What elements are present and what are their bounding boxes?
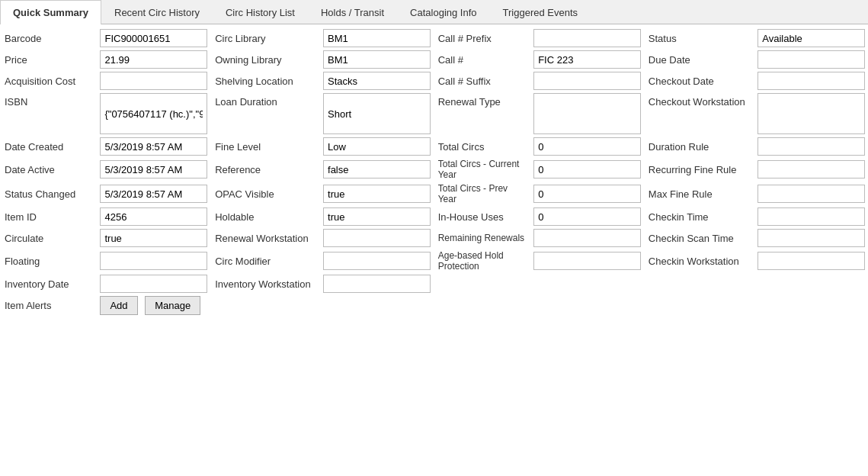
recurring-fine-rule-field-cell <box>754 157 868 182</box>
isbn-label: ISBN <box>0 92 97 136</box>
manage-button[interactable]: Manage <box>145 296 200 315</box>
loan-duration-input[interactable] <box>323 93 431 134</box>
row-item-id: Item ID Holdable In-House Uses Checkin T… <box>0 206 868 227</box>
checkin-workstation-input[interactable] <box>757 252 865 270</box>
status-label: Status <box>644 27 754 49</box>
item-id-input[interactable] <box>100 207 207 226</box>
checkin-scan-time-input[interactable] <box>757 229 865 247</box>
total-circs-label: Total Circs <box>434 136 530 157</box>
row-status-changed: Status Changed OPAC Visible Total Circs … <box>0 182 868 206</box>
fine-level-input[interactable] <box>323 137 431 156</box>
holdable-input[interactable] <box>323 207 431 226</box>
quick-summary-content: Barcode Circ Library Call # Prefix Statu… <box>0 24 868 320</box>
call-input[interactable] <box>533 50 641 69</box>
reference-label: Reference <box>210 157 320 182</box>
isbn-input[interactable] <box>100 93 207 134</box>
checkout-date-input[interactable] <box>757 72 865 90</box>
add-button[interactable]: Add <box>100 296 137 315</box>
row-floating: Floating Circ Modifier Age-based Hold Pr… <box>0 249 868 273</box>
in-house-uses-input[interactable] <box>533 207 641 226</box>
call-suffix-label: Call # Suffix <box>434 70 530 92</box>
checkin-workstation-field-cell <box>754 249 868 273</box>
renewal-workstation-field-cell <box>320 227 434 249</box>
inventory-workstation-input[interactable] <box>323 275 431 293</box>
tab-quick-summary[interactable]: Quick Summary <box>0 0 101 24</box>
owning-library-input[interactable] <box>323 50 431 69</box>
barcode-input[interactable] <box>100 29 207 47</box>
isbn-field-cell <box>97 92 210 136</box>
call-suffix-input[interactable] <box>533 72 641 90</box>
row-price: Price Owning Library Call # Due Date <box>0 49 868 70</box>
tab-cataloging-info[interactable]: Cataloging Info <box>397 0 489 24</box>
owning-library-label: Owning Library <box>210 49 320 70</box>
status-changed-input[interactable] <box>100 185 207 203</box>
duration-rule-field-cell <box>754 136 868 157</box>
renewal-workstation-input[interactable] <box>323 229 431 247</box>
row-date-active: Date Active Reference Total Circs - Curr… <box>0 157 868 182</box>
date-created-input[interactable] <box>100 137 207 156</box>
total-circs-current-year-input[interactable] <box>533 160 641 178</box>
row-circulate: Circulate Renewal Workstation Remaining … <box>0 227 868 249</box>
tab-triggered-events[interactable]: Triggered Events <box>490 0 591 24</box>
item-alerts-label: Item Alerts <box>0 294 97 317</box>
loan-duration-label: Loan Duration <box>210 92 320 136</box>
tab-recent-circ-history[interactable]: Recent Circ History <box>101 0 213 24</box>
row-inventory-date: Inventory Date Inventory Workstation <box>0 273 868 294</box>
fields-table: Barcode Circ Library Call # Prefix Statu… <box>0 27 868 317</box>
age-based-hold-protection-input[interactable] <box>533 252 641 270</box>
reference-input[interactable] <box>323 160 431 178</box>
inventory-date-label: Inventory Date <box>0 273 97 294</box>
circulate-input[interactable] <box>100 229 207 247</box>
price-input[interactable] <box>100 50 207 69</box>
renewal-type-input[interactable] <box>533 93 641 134</box>
duration-rule-input[interactable] <box>757 137 865 156</box>
due-date-input[interactable] <box>757 50 865 69</box>
remaining-renewals-input[interactable] <box>533 229 641 247</box>
checkout-date-label: Checkout Date <box>644 70 754 92</box>
tab-circ-history-list[interactable]: Circ History List <box>213 0 308 24</box>
shelving-location-input[interactable] <box>323 72 431 90</box>
remaining-renewals-label: Remaining Renewals <box>434 227 530 249</box>
max-fine-rule-field-cell <box>754 182 868 206</box>
age-based-hold-protection-field-cell <box>530 249 644 273</box>
call-label: Call # <box>434 49 530 70</box>
acquisition-cost-input[interactable] <box>100 72 207 90</box>
date-created-label: Date Created <box>0 136 97 157</box>
circ-modifier-field-cell <box>320 249 434 273</box>
opac-visible-input[interactable] <box>323 185 431 203</box>
total-circs-prev-year-input[interactable] <box>533 185 641 203</box>
status-changed-field-cell <box>97 182 210 206</box>
inventory-workstation-field-cell <box>320 273 434 294</box>
circ-library-input[interactable] <box>323 29 431 47</box>
inventory-date-input[interactable] <box>100 275 207 293</box>
recurring-fine-rule-input[interactable] <box>757 160 865 178</box>
total-circs-prev-year-field-cell <box>530 182 644 206</box>
loan-duration-field-cell <box>320 92 434 136</box>
max-fine-rule-input[interactable] <box>757 185 865 203</box>
total-circs-input[interactable] <box>533 137 641 156</box>
inventory-workstation-label: Inventory Workstation <box>210 273 320 294</box>
max-fine-rule-label: Max Fine Rule <box>644 182 754 206</box>
due-date-label: Due Date <box>644 49 754 70</box>
status-input[interactable] <box>757 29 865 47</box>
circulate-label: Circulate <box>0 227 97 249</box>
call-prefix-input[interactable] <box>533 29 641 47</box>
call-field-cell <box>530 49 644 70</box>
row-date-created: Date Created Fine Level Total Circs Dura… <box>0 136 868 157</box>
renewal-type-label: Renewal Type <box>434 92 530 136</box>
circ-modifier-input[interactable] <box>323 252 431 270</box>
date-active-input[interactable] <box>100 160 207 178</box>
floating-input[interactable] <box>100 252 207 270</box>
remaining-renewals-field-cell <box>530 227 644 249</box>
owning-library-field-cell <box>320 49 434 70</box>
checkin-time-label: Checkin Time <box>644 206 754 227</box>
floating-label: Floating <box>0 249 97 273</box>
checkin-scan-time-label: Checkin Scan Time <box>644 227 754 249</box>
price-field-cell <box>97 49 210 70</box>
checkout-workstation-input[interactable] <box>757 93 865 134</box>
tab-holds-transit[interactable]: Holds / Transit <box>308 0 397 24</box>
checkout-workstation-field-cell <box>754 92 868 136</box>
checkin-time-input[interactable] <box>757 207 865 226</box>
fine-level-field-cell <box>320 136 434 157</box>
holdable-label: Holdable <box>210 206 320 227</box>
